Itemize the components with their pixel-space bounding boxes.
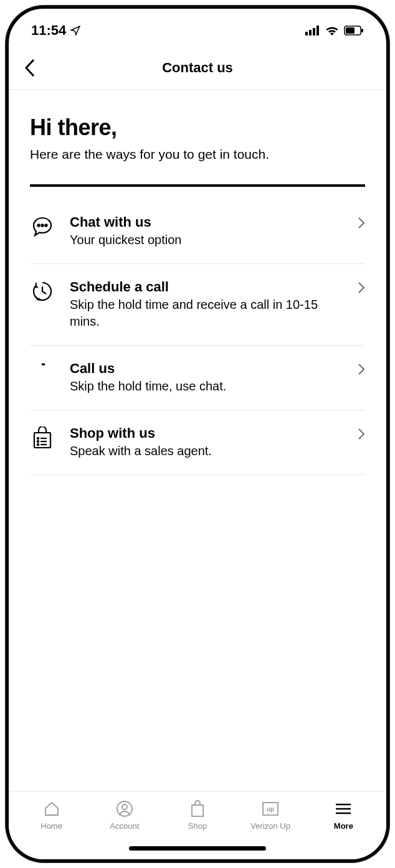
option-title: Chat with us [70,214,343,230]
svg-point-18 [117,801,132,816]
chevron-right-icon [358,425,365,443]
svg-rect-1 [309,30,312,35]
account-icon [116,800,133,818]
spinner-icon [30,361,55,384]
svg-text:up: up [267,806,274,813]
tab-verizon-up[interactable]: up Verizon Up [239,800,302,831]
greeting-heading: Hi there, [30,115,365,141]
option-chat-with-us[interactable]: Chat with us Your quickest option [30,199,365,264]
tab-account[interactable]: Account [93,800,156,831]
option-call-us[interactable]: Call us Skip the hold time, use chat. [30,346,365,410]
divider [30,184,365,187]
tab-label: Shop [188,821,207,831]
option-title: Shop with us [70,425,343,441]
option-desc: Skip the hold time, use chat. [70,378,343,395]
option-text: Schedule a call Skip the hold time and r… [70,279,343,330]
cellular-signal-icon [305,26,320,35]
svg-point-12 [37,438,39,439]
option-shop-with-us[interactable]: Shop with us Speak with a sales agent. [30,410,365,475]
home-indicator[interactable] [129,846,266,851]
chevron-left-icon [24,57,36,78]
chevron-right-icon [358,279,365,296]
option-text: Chat with us Your quickest option [70,214,343,248]
home-icon [43,800,60,818]
verizon-up-icon: up [261,800,280,818]
option-schedule-a-call[interactable]: Schedule a call Skip the hold time and r… [30,264,365,346]
tab-label: Verizon Up [250,821,290,831]
svg-rect-3 [316,26,319,35]
page-title: Contact us [9,60,386,76]
svg-point-14 [37,441,39,442]
phone-frame: 11:54 [6,6,389,862]
greeting-subtitle: Here are the ways for you to get in touc… [30,147,365,162]
svg-point-8 [41,224,43,226]
option-title: Call us [70,361,343,377]
content-area: Hi there, Here are the ways for you to g… [9,90,386,475]
status-time: 11:54 [31,22,66,39]
wifi-icon [325,26,339,35]
status-bar: 11:54 [9,9,386,46]
svg-rect-2 [313,28,315,35]
svg-rect-11 [34,433,50,448]
chevron-right-icon [358,361,365,378]
svg-point-19 [122,804,127,809]
shop-bag-icon [189,800,206,818]
tab-label: Home [40,821,62,831]
option-desc: Your quickest option [70,232,343,248]
svg-rect-20 [192,805,203,816]
svg-point-7 [37,224,39,226]
option-text: Shop with us Speak with a sales agent. [70,425,343,460]
option-text: Call us Skip the hold time, use chat. [70,361,343,395]
svg-rect-6 [361,29,363,32]
battery-icon [344,26,364,35]
status-left: 11:54 [31,22,81,39]
option-desc: Skip the hold time and receive a call in… [70,296,343,330]
shopping-bag-list-icon [30,425,55,450]
tab-home[interactable]: Home [21,800,83,831]
tab-shop[interactable]: Shop [166,800,229,831]
tab-more[interactable]: More [312,800,374,831]
chevron-right-icon [358,214,365,232]
svg-point-16 [37,444,39,445]
svg-rect-5 [346,27,355,34]
location-arrow-icon [70,25,81,36]
tab-label: Account [110,821,139,831]
status-right [305,26,364,35]
chat-bubble-icon [30,214,55,238]
svg-point-9 [45,224,47,226]
option-title: Schedule a call [70,279,343,295]
option-desc: Speak with a sales agent. [70,443,343,460]
back-button[interactable] [24,57,36,78]
hamburger-menu-icon [335,800,352,818]
clock-schedule-icon [30,279,55,303]
svg-rect-0 [305,32,308,35]
nav-header: Contact us [9,46,386,90]
tab-label: More [334,821,353,831]
